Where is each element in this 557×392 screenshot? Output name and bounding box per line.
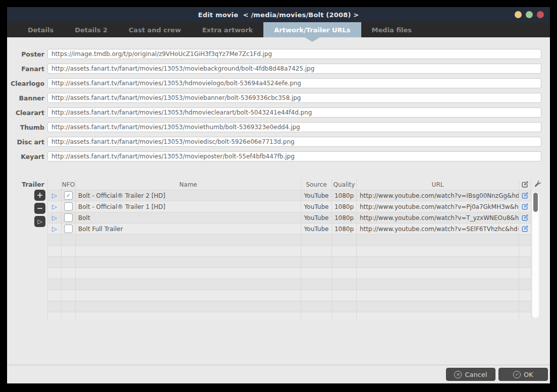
edit-movie-dialog: Edit movie < /media/movies/Bolt (2008) >… [7,7,550,383]
tab-cast-and-crew[interactable]: Cast and crew [118,22,192,37]
trailer-quality: 1080p [332,212,357,223]
edit-trailer-icon[interactable] [521,214,529,221]
tab-details[interactable]: Details [17,22,64,37]
remove-trailer-button[interactable]: − [34,203,45,214]
trailer-source [301,279,332,290]
trailer-quality [332,301,357,312]
trailer-name [76,246,301,256]
tab-extra-artwork[interactable]: Extra artwork [192,22,264,37]
trailer-source [301,246,332,256]
trailer-quality [332,268,357,278]
artwork-field-row: Keyart [7,151,541,161]
trailer-url [357,235,519,245]
trailer-row[interactable] [47,290,531,301]
trailer-row[interactable] [47,268,531,279]
trailer-source: YouTube [301,190,332,201]
trailer-quality [332,290,357,301]
trailer-row[interactable] [47,257,531,268]
edit-trailer-icon[interactable] [521,203,529,210]
play-trailer-icon[interactable]: ▷ [52,192,57,199]
trailer-name: Bolt [76,212,301,223]
trailer-source: YouTube [301,223,332,234]
wrench-icon[interactable] [534,180,542,188]
nfo-checkbox[interactable]: ✓ [64,225,73,233]
nfo-checkbox[interactable]: ✓ [64,191,73,200]
trailer-table-scrollbar[interactable] [532,192,539,318]
trailer-url [357,268,519,278]
play-trailer-icon[interactable]: ▷ [52,214,57,221]
trailer-quality [332,279,357,290]
trailer-source [301,290,332,301]
titlebar: Edit movie < /media/movies/Bolt (2008) > [7,7,550,22]
trailer-url [357,279,519,290]
edit-trailer-icon[interactable] [521,225,529,233]
source-column-header: Source [301,179,332,190]
cancel-circle-x-icon: × [454,371,462,378]
trailer-quality [332,312,357,319]
trailer-row[interactable] [47,246,531,257]
field-label: Banner [7,94,44,102]
field-label: Clearart [7,109,44,117]
trailer-source: YouTube [301,201,332,212]
trailer-row[interactable]: ▷ ✓ Bolt YouTube 1080p http://www.youtub… [47,212,531,223]
trailer-name: Bolt - Official® Trailer 1 [HD] [76,201,301,212]
ok-button[interactable]: ✓ OK [498,368,548,381]
clearlogo-url-input[interactable] [47,78,541,88]
clearart-url-input[interactable] [47,107,541,118]
trailer-row[interactable] [47,235,531,246]
artwork-fields: Poster Fanart Clearlogo Banner Clearart … [7,37,550,161]
minimize-icon[interactable] [515,11,522,18]
trailer-quality: 1080p [332,223,357,234]
trailer-source [301,235,332,245]
trailer-name [76,257,301,267]
trailer-row[interactable] [47,301,531,312]
fanart-url-input[interactable] [47,64,541,74]
edit-trailer-icon[interactable] [521,192,529,199]
field-label: Fanart [7,65,44,73]
trailer-name [76,301,301,312]
banner-url-input[interactable] [47,93,541,103]
trailer-row[interactable]: ▷ ✓ Bolt - Official® Trailer 2 [HD] YouT… [47,190,531,201]
trailer-row[interactable]: ▷ ✓ Bolt - Official® Trailer 1 [HD] YouT… [47,201,531,212]
play-column-header [47,179,62,190]
field-label: Keyart [7,153,44,160]
play-trailer-button[interactable]: ▷ [34,216,45,227]
artwork-field-row: Thumb [7,122,541,132]
trailer-row[interactable] [47,312,531,319]
maximize-icon[interactable] [526,11,533,18]
nfo-column-header: NFO [62,179,76,190]
close-icon[interactable] [537,11,544,18]
field-label: Thumb [7,124,44,131]
trailer-url: http://www.youtube.com/watch?v=SElF6TVhz… [357,223,519,234]
window-controls [515,11,544,18]
trailer-name [76,279,301,290]
tab-details-2[interactable]: Details 2 [64,22,118,37]
trailer-quality: 1080p [332,201,357,212]
trailer-row[interactable] [47,279,531,290]
trailer-row[interactable]: ▷ ✓ Bolt Full Trailer YouTube 1080p http… [47,223,531,235]
artwork-field-row: Fanart [7,64,541,74]
artwork-field-row: Banner [7,93,541,103]
tab-artwork-trailer-urls[interactable]: Artwork/Trailer URLs [263,22,361,37]
trailer-name [76,290,301,301]
window-title: Edit movie < /media/movies/Bolt (2008) > [198,11,359,19]
play-trailer-icon[interactable]: ▷ [52,226,57,232]
field-label: Disc art [7,138,44,146]
tab-media-files[interactable]: Media files [361,22,422,37]
poster-url-input[interactable] [47,49,541,59]
disc-art-url-input[interactable] [47,137,541,147]
cancel-button[interactable]: × Cancel [446,368,495,381]
keyart-url-input[interactable] [47,151,541,161]
edit-column-icon[interactable] [521,181,529,188]
play-trailer-icon[interactable]: ▷ [52,203,57,210]
artwork-field-row: Poster [7,49,541,59]
add-trailer-button[interactable]: + [34,190,45,201]
nfo-checkbox[interactable]: ✓ [64,202,73,211]
nfo-checkbox[interactable]: ✓ [64,213,73,222]
trailer-table-body: ▷ ✓ Bolt - Official® Trailer 2 [HD] YouT… [47,190,531,319]
ok-circle-check-icon: ✓ [513,371,521,378]
field-label: Clearlogo [7,80,44,87]
thumb-url-input[interactable] [47,122,541,132]
scrollbar-thumb[interactable] [533,193,538,212]
ok-button-label: OK [524,371,533,378]
